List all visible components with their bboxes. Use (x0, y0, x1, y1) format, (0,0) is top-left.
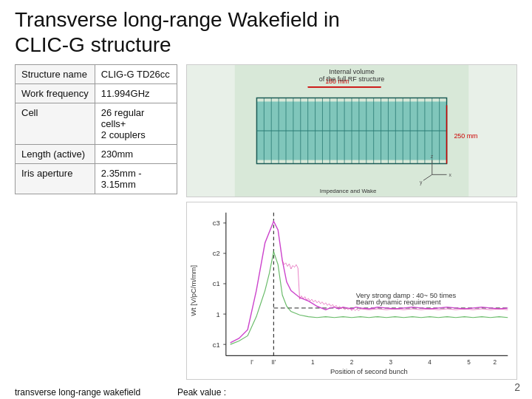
table-cell-label: Cell (16, 103, 95, 145)
svg-text:4: 4 (428, 359, 432, 366)
svg-text:Impedance and Wake: Impedance and Wake (320, 188, 377, 194)
table-row: Length (active)230mm (16, 145, 177, 164)
svg-text:Position of second bunch: Position of second bunch (330, 368, 408, 375)
svg-text:2: 2 (493, 359, 497, 366)
right-column: Internal volume of the full RF structure (186, 64, 517, 380)
svg-text:c3: c3 (213, 220, 220, 228)
svg-text:Beam dynamic requirement: Beam dynamic requirement (356, 299, 441, 306)
svg-text:c1: c1 (213, 281, 220, 288)
svg-text:c1: c1 (213, 341, 220, 349)
table-cell-value: CLIG-G TD26cc (95, 65, 177, 84)
rf-image-caption: Internal volume of the full RF structure (319, 68, 385, 83)
svg-text:1: 1 (216, 311, 219, 318)
svg-text:1: 1 (311, 359, 315, 366)
svg-text:y: y (420, 180, 423, 185)
svg-text:I': I' (250, 359, 253, 366)
svg-text:3: 3 (389, 359, 393, 366)
svg-text:Wt [V/pC/m/mm]: Wt [V/pC/m/mm] (190, 265, 197, 316)
description-text: transverse long-range wakefield calculat… (15, 386, 163, 399)
table-cell-label: Length (active) (16, 145, 95, 164)
svg-text:5: 5 (467, 359, 471, 366)
svg-text:c2: c2 (213, 250, 220, 258)
table-cell-label: Structure name (16, 65, 95, 84)
page-container: Transverse long-range Wakefield in CLIC-… (0, 0, 532, 399)
svg-text:250 mm: 250 mm (454, 132, 477, 140)
table-row: Work frequency11.994GHz (16, 84, 177, 103)
wakefield-chart: c3 c2 c1 1 c1 Wt [V/pC/m/mm] I' II' 1 (186, 202, 517, 380)
svg-text:2: 2 (350, 359, 354, 366)
info-table: Structure nameCLIG-G TD26ccWork frequenc… (15, 64, 177, 194)
svg-rect-41 (187, 204, 516, 378)
page-title: Transverse long-range Wakefield in CLIC-… (15, 7, 517, 57)
svg-text:x: x (449, 172, 452, 177)
peak-values-text: Peak value : 250 V/pC/m/mm At position o… (177, 386, 517, 399)
table-row: Structure nameCLIG-G TD26cc (16, 65, 177, 84)
left-column: Structure nameCLIG-G TD26ccWork frequenc… (15, 64, 177, 380)
table-cell-value: 2.35mm - 3.15mm (95, 164, 177, 194)
table-cell-value: 11.994GHz (95, 84, 177, 103)
svg-text:II': II' (271, 359, 276, 366)
table-cell-value: 230mm (95, 145, 177, 164)
svg-text:z: z (431, 154, 434, 159)
bottom-section: transverse long-range wakefield calculat… (15, 386, 517, 399)
page-number: 2 (514, 381, 520, 393)
svg-text:Very strong damp : 40~ 50 time: Very strong damp : 40~ 50 times (356, 292, 457, 299)
rf-structure-image: Internal volume of the full RF structure (186, 64, 517, 197)
content-area: Structure nameCLIG-G TD26ccWork frequenc… (15, 64, 517, 380)
table-cell-label: Iris aperture (16, 164, 95, 194)
table-cell-value: 26 regular cells+ 2 couplers (95, 103, 177, 145)
table-row: Cell26 regular cells+ 2 couplers (16, 103, 177, 145)
table-row: Iris aperture2.35mm - 3.15mm (16, 164, 177, 194)
table-cell-label: Work frequency (16, 84, 95, 103)
